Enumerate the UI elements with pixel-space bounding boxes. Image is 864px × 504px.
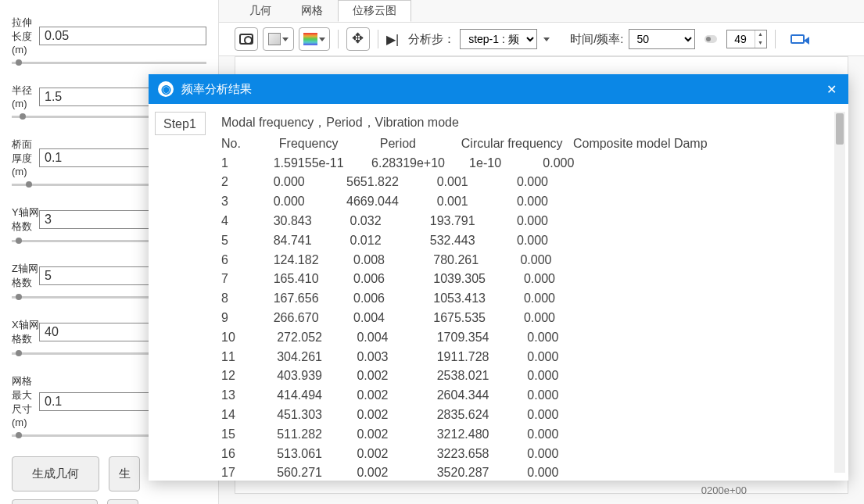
slider-thumb[interactable] xyxy=(16,432,22,438)
field-row: 拉伸长度(m) xyxy=(12,16,206,55)
result-row: 2 0.000 5651.822 0.001 0.000 xyxy=(221,173,823,192)
scrollbar[interactable] xyxy=(834,112,845,473)
result-row: 4 30.843 0.032 193.791 0.000 xyxy=(221,212,823,231)
results-columns: No. Frequency Period Circular frequency … xyxy=(221,134,823,154)
slider-thumb[interactable] xyxy=(16,350,22,356)
snapshot-button[interactable] xyxy=(235,27,258,51)
app-icon: ◉ xyxy=(158,81,174,97)
dialog-titlebar[interactable]: ◉ 频率分析结果 ✕ xyxy=(149,74,848,104)
field-label: X轴网格数 xyxy=(12,318,39,346)
result-row: 10 272.052 0.004 1709.354 0.000 xyxy=(221,328,823,348)
toolbar: ▶| 分析步： step-1 : 频 时间/频率: 50 ▲ ▼ xyxy=(219,22,864,56)
close-icon: ✕ xyxy=(826,82,837,97)
field-label: Z轴网格数 xyxy=(12,262,39,290)
analysis-step-label: 分析步： xyxy=(408,32,455,47)
result-row: 12 403.939 0.002 2538.021 0.000 xyxy=(221,366,823,386)
slider[interactable] xyxy=(12,62,206,64)
field-label: 半径(m) xyxy=(12,84,39,109)
step-tab[interactable]: Step1 xyxy=(155,112,206,135)
cube-icon xyxy=(268,33,281,45)
chevron-down-icon xyxy=(543,38,550,41)
video-camera-icon xyxy=(791,34,805,44)
chevron-down-icon xyxy=(319,38,325,41)
close-button[interactable]: ✕ xyxy=(823,81,839,97)
dialog-title-text: 频率分析结果 xyxy=(181,82,252,97)
spinner-down[interactable]: ▼ xyxy=(755,39,766,48)
results-text-area[interactable]: Modal frequency，Period，Vibration mode No… xyxy=(206,104,834,481)
frame-index-input[interactable] xyxy=(727,33,755,45)
move-icon xyxy=(351,32,365,46)
field-label: 网格最大尺寸(m) xyxy=(12,374,39,428)
frame-index-spinner[interactable]: ▲ ▼ xyxy=(726,30,767,48)
result-row: 6 124.182 0.008 780.261 0.000 xyxy=(221,251,823,270)
chevron-down-icon xyxy=(282,38,289,41)
result-row: 13 414.494 0.002 2604.344 0.000 xyxy=(221,386,823,406)
separator xyxy=(338,30,339,48)
scrollbar-thumb[interactable] xyxy=(836,113,844,145)
result-row: 17 560.271 0.002 3520.287 0.000 xyxy=(221,463,823,481)
tab-mesh[interactable]: 网格 xyxy=(286,0,338,22)
result-row: 11 304.261 0.003 1911.728 0.000 xyxy=(221,348,823,367)
view-cube-button[interactable] xyxy=(263,27,294,51)
tab-geometry[interactable]: 几何 xyxy=(235,0,286,22)
result-row: 1 1.59155e-11 6.28319e+10 1e-10 0.000 xyxy=(221,154,823,173)
result-row: 9 266.670 0.004 1675.535 0.000 xyxy=(221,309,823,328)
rainbow-icon xyxy=(303,33,317,45)
result-row: 8 167.656 0.006 1053.413 0.000 xyxy=(221,289,823,309)
footer-status: 0200e+00 xyxy=(701,484,747,496)
slider-thumb[interactable] xyxy=(16,238,22,244)
slider-thumb[interactable] xyxy=(16,294,22,300)
result-row: 7 165.410 0.006 1039.305 0.000 xyxy=(221,270,823,289)
record-video-button[interactable] xyxy=(783,27,812,51)
separator xyxy=(378,30,378,48)
analysis-step-select[interactable]: step-1 : 频 xyxy=(460,29,537,49)
frequency-results-dialog: ◉ 频率分析结果 ✕ Step1 Modal frequency，Period，… xyxy=(149,74,848,481)
camera-icon xyxy=(239,34,253,45)
tab-displacement[interactable]: 位移云图 xyxy=(338,0,411,22)
button-4[interactable]: 模 xyxy=(107,499,138,504)
results-header-1: Modal frequency，Period，Vibration mode xyxy=(221,113,823,133)
pan-button[interactable] xyxy=(346,27,370,51)
result-row: 3 0.000 4669.044 0.001 0.000 xyxy=(221,192,823,212)
slider-thumb[interactable] xyxy=(20,113,26,120)
time-freq-label: 时间/频率: xyxy=(570,32,623,47)
view-tabs: 几何 网格 位移云图 xyxy=(219,0,864,22)
toggle-icon[interactable] xyxy=(704,35,717,43)
button-2[interactable]: 生 xyxy=(109,456,140,491)
field-label: 桥面厚度(m) xyxy=(12,138,39,177)
slider-thumb[interactable] xyxy=(16,59,22,66)
field-label: 拉伸长度(m) xyxy=(12,16,39,55)
generate-geometry-button[interactable]: 生成几何 xyxy=(12,456,99,491)
arrow-right-bar-icon: ▶| xyxy=(386,32,399,47)
time-freq-select[interactable]: 50 xyxy=(629,29,695,49)
field-input-0[interactable] xyxy=(39,27,206,45)
result-row: 5 84.741 0.012 532.443 0.000 xyxy=(221,231,823,251)
colormap-button[interactable] xyxy=(299,27,330,51)
compute-button[interactable]: 计算 xyxy=(12,499,98,504)
slider-thumb[interactable] xyxy=(26,181,32,188)
result-row: 16 513.061 0.002 3223.658 0.000 xyxy=(221,445,823,464)
separator xyxy=(775,30,776,48)
field-label: Y轴网格数 xyxy=(12,206,39,234)
result-row: 15 511.282 0.002 3212.480 0.000 xyxy=(221,425,823,445)
result-row: 14 451.303 0.002 2835.624 0.000 xyxy=(221,406,823,425)
spinner-up[interactable]: ▲ xyxy=(755,30,766,39)
